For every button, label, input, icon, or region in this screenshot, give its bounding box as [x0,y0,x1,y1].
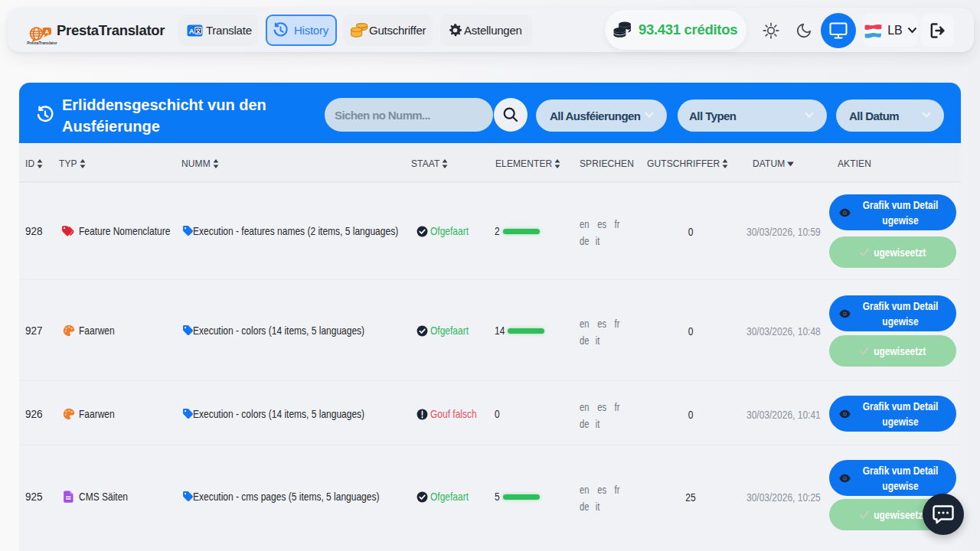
svg-text:PrestaTranslator: PrestaTranslator [27,41,57,45]
svg-text:A: A [45,28,49,35]
svg-text:A: A [189,26,194,34]
